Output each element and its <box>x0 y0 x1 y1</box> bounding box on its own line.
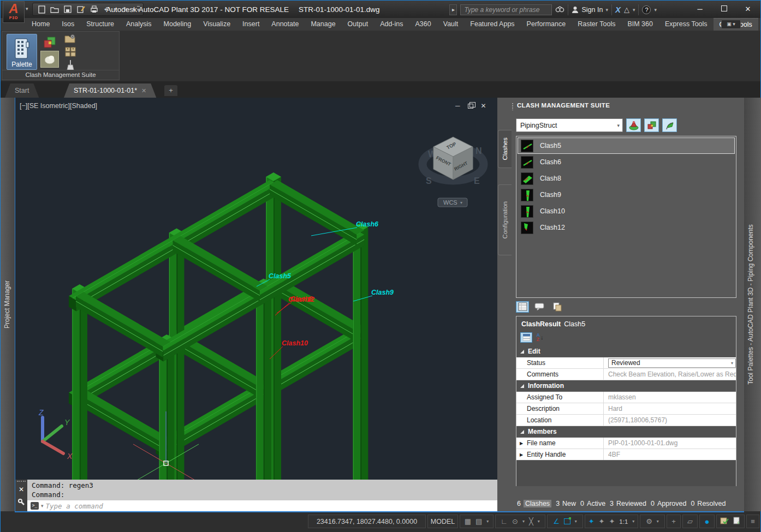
isolate-objects-button[interactable]: ▱ <box>687 517 693 525</box>
new-drawing-tab-button[interactable]: + <box>164 85 177 96</box>
hide-clash-markers-button[interactable] <box>40 51 59 68</box>
annotation-scale-value[interactable]: 1:1 <box>619 518 628 525</box>
help-dropdown-icon[interactable]: ▾ <box>654 7 657 13</box>
app-menu-arrow-icon[interactable]: ▾ <box>26 6 28 11</box>
isometric-drafting-button[interactable]: ╳ <box>529 517 533 525</box>
export-report-button[interactable] <box>551 301 564 313</box>
model-viewport[interactable]: N W S E TOP FRONT RIGHT WCS ▾ <box>15 98 497 480</box>
show-clash-objects-button[interactable] <box>644 118 659 132</box>
flag-clash-button[interactable] <box>662 118 677 132</box>
property-category-edit[interactable]: Edit <box>516 346 736 357</box>
clash-list-item-clash5[interactable]: Clash5 <box>518 138 735 154</box>
category-collapse-icon[interactable] <box>520 430 524 434</box>
a360-icon[interactable]: △ <box>624 5 629 14</box>
osnap-dropdown-icon[interactable]: ▾ <box>575 519 577 524</box>
status-dropdown[interactable]: Reviewed▾ <box>608 358 736 368</box>
ribbon-tab-isos[interactable]: Isos <box>56 18 80 31</box>
ribbon-tab-output[interactable]: Output <box>342 18 374 31</box>
graphics-performance-button[interactable]: ● <box>704 517 709 526</box>
alphabetical-sort-button[interactable]: AZ↓ <box>534 332 545 343</box>
expand-row-icon[interactable]: ▶ <box>520 441 523 446</box>
category-collapse-icon[interactable] <box>520 350 524 354</box>
clash-list-item-clash10[interactable]: Clash10 <box>518 203 735 219</box>
viewport-minimize-button[interactable]: ─ <box>455 102 460 110</box>
run-clash-test-button[interactable] <box>626 118 641 132</box>
clash-list-item-clash12[interactable]: Clash12 <box>518 219 735 236</box>
workspace-gear-button[interactable]: ⚙ <box>646 517 652 525</box>
model-space-button[interactable]: MODEL <box>427 515 458 528</box>
annotation-visibility-button[interactable]: ✦ <box>588 517 594 525</box>
stat-clashes[interactable]: 6Clashes <box>517 500 551 507</box>
command-customize-wrench-icon[interactable] <box>15 498 27 507</box>
stat-approved[interactable]: 0Approved <box>651 500 686 507</box>
new-file-button[interactable] <box>36 4 47 14</box>
command-close-icon[interactable]: ✕ <box>15 486 27 493</box>
drawing-canvas[interactable]: N W S E TOP FRONT RIGHT WCS ▾ <box>15 98 497 480</box>
ortho-mode-button[interactable]: ∟ <box>501 517 508 525</box>
binoculars-search-icon[interactable] <box>555 5 564 15</box>
stat-new[interactable]: 3New <box>556 500 576 507</box>
polar-tracking-button[interactable]: ⊙ <box>512 517 518 525</box>
open-file-button[interactable] <box>49 4 60 14</box>
command-recent-dropdown-icon[interactable]: ▾ <box>41 503 44 509</box>
viewcube[interactable]: N W S E TOP FRONT RIGHT <box>423 137 484 186</box>
display-clashes-button[interactable] <box>40 34 59 51</box>
viewport-close-button[interactable]: ✕ <box>481 102 486 110</box>
tool-palettes-strip[interactable]: Tool Palettes - AutoCAD Plant 3D - Pipin… <box>744 98 761 511</box>
clash-test-dropdown[interactable]: PipingStruct ▾ <box>516 118 623 132</box>
autoscale-button[interactable]: ✦ <box>599 517 605 525</box>
ribbon-tab-add-ins[interactable]: Add-ins <box>374 18 409 31</box>
window-minimize-button[interactable]: ─ <box>695 5 705 13</box>
property-category-information[interactable]: Information <box>516 380 736 392</box>
ribbon-tab-manage[interactable]: Manage <box>305 18 341 31</box>
palette-button[interactable]: Palette <box>7 34 37 70</box>
property-value[interactable]: Check Beam Elevation, Raise/Lower as Req… <box>604 369 736 380</box>
clash-list-item-clash9[interactable]: Clash9 <box>518 187 735 203</box>
wcs-dropdown[interactable]: WCS ▾ <box>438 198 467 207</box>
snap-dropdown-icon[interactable]: ▾ <box>486 519 489 524</box>
ribbon-tab-visualize[interactable]: Visualize <box>197 18 236 31</box>
viewport-restore-button[interactable] <box>468 104 473 109</box>
file-tab-str-01-1000-01-01-[interactable]: STR-01-1000-01-01*✕ <box>64 83 156 98</box>
command-grip[interactable] <box>17 481 26 483</box>
palette-header[interactable]: CLASH MANAGEMENT SUITE <box>497 101 744 113</box>
stat-resolved[interactable]: 0Resolved <box>691 500 726 507</box>
trusted-dwg-icon[interactable] <box>720 517 729 526</box>
grid-display-button[interactable]: ▦ <box>465 517 471 525</box>
stat-active[interactable]: 0Active <box>580 500 605 507</box>
object-snap-button[interactable] <box>564 518 570 524</box>
viewport-controls-label[interactable]: [−][SE Isometric][Shaded] <box>20 102 97 110</box>
ribbon-tab-insert[interactable]: Insert <box>236 18 265 31</box>
search-input[interactable] <box>460 4 552 15</box>
window-maximize-button[interactable] <box>719 5 729 13</box>
ribbon-tab-a360[interactable]: A360 <box>409 18 437 31</box>
comments-view-button[interactable] <box>533 301 546 313</box>
file-tab-start[interactable]: Start <box>5 83 39 98</box>
annotation-scale-button[interactable]: ✦ <box>609 517 615 525</box>
sign-in-button[interactable]: Sign In ▾ <box>572 6 608 14</box>
ribbon-tab-home[interactable]: Home <box>26 18 56 31</box>
object-snap-tracking-button[interactable]: ∠ <box>553 517 560 525</box>
a360-dropdown-icon[interactable]: ▾ <box>633 7 635 13</box>
project-settings-button[interactable] <box>63 33 78 45</box>
clash-list-item-clash6[interactable]: Clash6 <box>518 154 735 170</box>
expand-row-icon[interactable]: ▶ <box>520 452 523 457</box>
command-prompt-icon[interactable]: >_ <box>31 502 39 510</box>
window-close-button[interactable]: ✕ <box>743 5 753 13</box>
grid-view-button[interactable] <box>516 301 529 313</box>
ribbon-tab-analysis[interactable]: Analysis <box>120 18 158 31</box>
panel-tab-configuration[interactable]: Configuration <box>498 184 512 255</box>
workspace-dropdown-icon[interactable]: ▾ <box>657 519 659 524</box>
ribbon-tab-modeling[interactable]: Modeling <box>158 18 198 31</box>
infocenter-collapse-icon[interactable]: ▸ <box>449 4 457 15</box>
coordinates-display[interactable]: 23416.7347, 18027.4480, 0.0000 <box>308 515 426 528</box>
ribbon-tab-raster-tools[interactable]: Raster Tools <box>572 18 621 31</box>
isodraft-dropdown-icon[interactable]: ▾ <box>538 519 540 524</box>
ribbon-tab-vault[interactable]: Vault <box>437 18 465 31</box>
help-icon[interactable]: ? <box>642 5 651 14</box>
project-manager-palette-strip[interactable]: Project Manager <box>1 98 15 511</box>
file-tab-close-icon[interactable]: ✕ <box>141 87 146 94</box>
ribbon-options-button[interactable]: ▣ ▾ <box>721 20 741 29</box>
property-category-members[interactable]: Members <box>516 426 736 438</box>
command-input[interactable] <box>46 502 498 510</box>
